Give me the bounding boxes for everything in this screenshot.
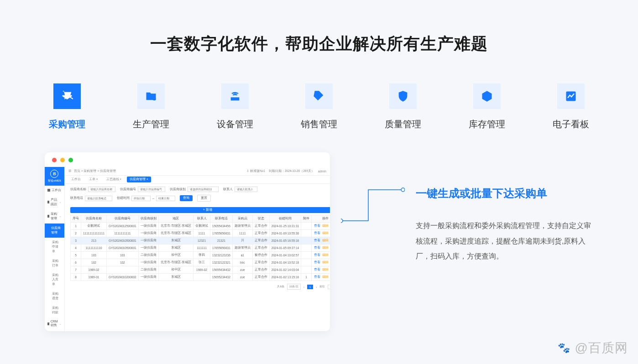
view-link[interactable]: 查看 (314, 246, 320, 249)
column-header: 供应商名称 (81, 215, 106, 223)
app-tab[interactable]: 工作台 (68, 177, 84, 182)
column-header: 附件 (301, 215, 312, 223)
view-link[interactable]: 查看 (314, 224, 320, 227)
feature-description: 一键生成或批量下达采购单 支持一般采购流程和委外采购流程管理，支持自定义审核流程… (416, 186, 597, 264)
sidebar-item[interactable]: 采购管理⌄ (45, 209, 64, 224)
supplier-level-select[interactable] (188, 187, 219, 192)
edit-link[interactable]: 编辑 (322, 239, 329, 242)
mac-max-icon (68, 158, 73, 162)
shield-icon (389, 83, 417, 109)
tab-cube[interactable]: 库存管理 (469, 83, 505, 130)
table-row[interactable]: 71989-02二级供应商和平区1989-0215655434432zoe正常合… (70, 266, 330, 274)
sidebar-item[interactable]: 采购付款 (45, 303, 64, 317)
tab-folder[interactable]: 生产管理 (133, 83, 169, 130)
table-row[interactable]: 1金鹏测试GYS2024012500001一级供应商北京市-市辖区-东城区金鹏测… (70, 223, 330, 230)
tab-label: 采购管理 (49, 118, 85, 130)
reset-button[interactable]: 重置 (197, 195, 211, 202)
chevron-down-icon: ⌄ (59, 322, 62, 326)
tab-label: 生产管理 (133, 118, 169, 130)
menu-item-icon (47, 215, 49, 218)
tab-tag[interactable]: 销售管理 (301, 83, 337, 130)
view-link[interactable]: 查看 (314, 253, 320, 256)
menu-item-icon (47, 322, 49, 325)
view-link[interactable]: 查看 (314, 268, 320, 271)
table-row[interactable]: 211111111111111111111111一级供应商北京市-市辖区-东城区… (70, 230, 330, 237)
column-header: 联系人 (193, 215, 210, 223)
menu-item-icon (47, 189, 50, 192)
edit-link[interactable]: 编辑 (322, 231, 329, 234)
sidebar-item[interactable]: 采购入库单 (45, 270, 64, 289)
tab-chart[interactable]: 电子看板 (553, 83, 589, 130)
search-button[interactable]: 查询 (180, 195, 193, 201)
table-row[interactable]: 41111111110GYS2024010500001一级供应商东城区11111… (70, 244, 330, 252)
watermark: 🐾 @百质网 (558, 339, 628, 357)
mac-traffic-lights (45, 152, 330, 167)
column-header: 地区 (158, 215, 193, 223)
column-header: 状态 (252, 215, 269, 223)
feature-tabs: 采购管理生产管理设备管理销售管理质量管理库存管理电子看板 (0, 83, 638, 130)
cube-icon (473, 83, 501, 109)
edit-link[interactable]: 编辑 (322, 260, 329, 264)
svg-point-4 (401, 188, 405, 192)
tab-label: 电子看板 (553, 118, 589, 130)
tab-label: 质量管理 (385, 118, 421, 130)
edit-link[interactable]: 编辑 (322, 246, 329, 249)
column-header: 序号 (70, 215, 81, 223)
connector-line (341, 184, 405, 257)
supplier-code-input[interactable] (138, 187, 165, 192)
mac-close-icon (52, 158, 57, 162)
menu-icon[interactable]: ☰ (68, 169, 71, 173)
tab-router[interactable]: 设备管理 (217, 83, 253, 130)
app-tabstrip: 工作台工单 ×工艺路线 ×供应商管理 × (65, 176, 330, 184)
app-screenshot: B 智造eMES 工作台产品跟踪⌄采购管理⌄供应商管理采购申请单采购订单采购入库… (45, 152, 330, 331)
sidebar-item[interactable]: 工作台 (45, 186, 64, 195)
app-logo: B 智造eMES (45, 167, 64, 186)
edit-link[interactable]: 编辑 (322, 268, 329, 271)
chart-icon (557, 83, 585, 109)
sidebar-item[interactable]: 采购申请单 (45, 238, 64, 256)
sidebar-item[interactable]: 采购退货 (45, 289, 64, 303)
cart-icon (53, 83, 81, 109)
tab-label: 销售管理 (301, 118, 337, 130)
pagination[interactable]: 共8条 10条/页 ‹ 1 › 前往 1 页 (65, 281, 330, 292)
date-start-input[interactable] (131, 196, 151, 201)
app-sidebar: B 智造eMES 工作台产品跟踪⌄采购管理⌄供应商管理采购申请单采购订单采购入库… (45, 167, 65, 331)
view-link[interactable]: 查看 (314, 275, 320, 278)
chevron-down-icon: ⌄ (59, 214, 62, 218)
page-title: 一套数字化软件，帮助企业解决所有生产难题 (0, 33, 638, 55)
table-row[interactable]: 6102102一级供应商北京市-市辖区-东城区张三13232122321bbc正… (70, 259, 330, 266)
tab-cart[interactable]: 采购管理 (49, 83, 85, 130)
edit-link[interactable]: 编辑 (322, 253, 329, 256)
edit-link[interactable]: 编辑 (322, 275, 329, 278)
mac-min-icon (60, 158, 65, 162)
add-button[interactable]: + 新增 (70, 207, 330, 213)
supplier-table: 序号供应商名称供应商编号供应商级别地区联系人联系电话采购员状态创建时间附件操作 … (70, 215, 330, 281)
view-link[interactable]: 查看 (314, 231, 320, 234)
app-tab[interactable]: 供应商管理 × (127, 177, 151, 182)
sidebar-item[interactable]: 供应商管理 (45, 224, 64, 238)
app-topbar: ☰ 首页 > 采购管理 > 供应商管理 ⇩ 标准版No1 到期日期：2024-1… (65, 167, 330, 176)
date-end-input[interactable] (156, 196, 175, 201)
sidebar-item[interactable]: 产品跟踪⌄ (45, 195, 64, 209)
app-tab[interactable]: 工艺路线 × (104, 177, 125, 182)
table-row[interactable]: 3213GYS2024010500001一级供应商东城区1232121321川正… (70, 237, 330, 244)
sidebar-item[interactable]: 仓储管理⌄ (45, 330, 64, 331)
app-tab[interactable]: 工单 × (86, 177, 101, 182)
view-link[interactable]: 查看 (314, 260, 320, 264)
tab-shield[interactable]: 质量管理 (385, 83, 421, 130)
sidebar-item[interactable]: CRM销售⌄ (45, 317, 64, 330)
table-row[interactable]: 5103103二级供应商和平区李四13232123236a1暂停合作2024-0… (70, 252, 330, 259)
expire-label: 到期日期：2024-10-20（265天） (269, 169, 314, 173)
view-link[interactable]: 查看 (314, 239, 320, 242)
chevron-down-icon: ⌄ (59, 200, 62, 204)
column-header: 供应商级别 (138, 215, 158, 223)
router-icon (221, 83, 249, 109)
column-header: 供应商编号 (106, 215, 138, 223)
svg-point-0 (153, 97, 156, 100)
contact-input[interactable] (235, 187, 257, 192)
sidebar-item[interactable]: 采购订单 (45, 256, 64, 270)
supplier-name-input[interactable] (88, 187, 115, 192)
edit-link[interactable]: 编辑 (322, 224, 329, 227)
table-row[interactable]: 81989-01GYS2024010200002一级供应商东城区15655234… (70, 274, 330, 281)
phone-input[interactable] (85, 196, 112, 201)
